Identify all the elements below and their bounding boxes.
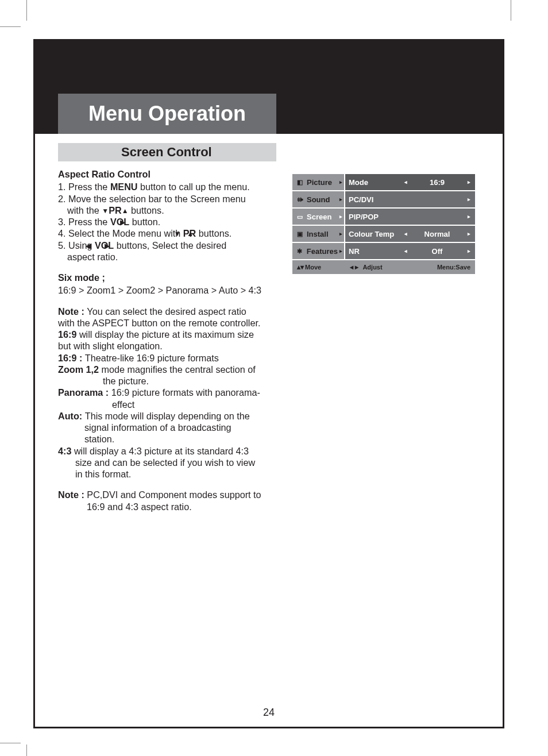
osd-cat-install[interactable]: ▣ Install▸ xyxy=(292,226,345,242)
features-icon: ✱ xyxy=(295,246,305,256)
aspect-heading: Aspect Ratio Control xyxy=(58,168,282,180)
install-icon: ▣ xyxy=(295,229,305,238)
osd-cat-picture[interactable]: ◧ Picture▸ xyxy=(292,174,345,190)
osd-cat-features[interactable]: ✱ Features▸ xyxy=(292,243,345,259)
up-triangle-icon: ▲ xyxy=(122,207,129,215)
sound-icon: 🕪 xyxy=(295,195,305,204)
osd-row-mode[interactable]: Mode ◂ 16:9 ▸ xyxy=(345,174,475,190)
screen-icon: ▭ xyxy=(295,212,305,221)
body-text: Aspect Ratio Control 1. Press the MENU b… xyxy=(58,168,282,512)
osd-cat-sound[interactable]: 🕪 Sound▸ xyxy=(292,191,345,207)
picture-icon: ◧ xyxy=(295,178,305,187)
sixmode-heading: Six mode ; xyxy=(58,272,282,283)
page-title: Menu Operation xyxy=(58,94,276,134)
page-number: 24 xyxy=(35,707,503,719)
osd-row-nr[interactable]: NR ◂ Off ▸ xyxy=(345,243,475,259)
osd-row-colourtemp[interactable]: Colour Temp ◂ Normal ▸ xyxy=(345,226,475,242)
osd-row-pippop[interactable]: PIP/POP ▸ xyxy=(345,209,475,225)
osd-cat-screen[interactable]: ▭ Screen▸ xyxy=(292,209,345,225)
section-title: Screen Control xyxy=(58,143,276,161)
osd-footer: ▴▾Move ◂ ▸ Adjust Menu:Save xyxy=(292,260,475,274)
sixmode-list: 16:9 > Zoom1 > Zoom2 > Panorama > Auto >… xyxy=(58,284,282,296)
osd-row-pcdvi[interactable]: PC/DVI ▸ xyxy=(345,191,475,207)
down-triangle-icon: ▼ xyxy=(102,207,109,215)
osd-menu: ◧ Picture▸ Mode ◂ 16:9 ▸ 🕪 Sound▸ PC/DVI… xyxy=(292,174,475,274)
page-frame: Menu Operation Screen Control Aspect Rat… xyxy=(33,39,504,728)
